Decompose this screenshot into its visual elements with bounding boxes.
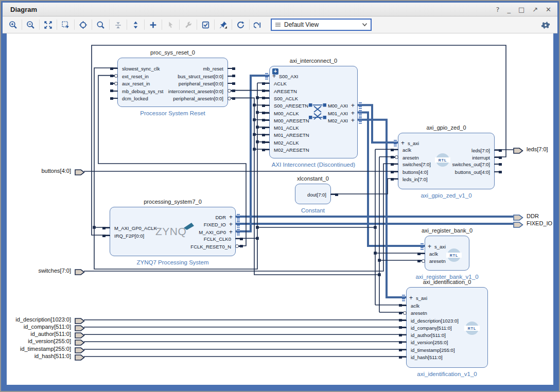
port-cap [499,163,502,166]
minimize-button[interactable]: _ [507,6,511,13]
external-port-label: leds[7:0] [527,146,548,152]
port-label: dout[7:0] [307,192,326,198]
port-label: M_AXI_GP0_ACLK [114,225,157,231]
zynq-logo: ZYNQ [155,225,186,238]
external-port-id_hash[511:0][interactable] [75,353,85,360]
external-port-label: buttons[4:0] [42,168,72,174]
port-label: S00_ACLK [274,95,298,101]
crosshair-icon[interactable] [76,18,91,31]
port-label: M01_ARESETN [274,132,309,138]
port-cap [232,67,235,70]
zoom-out-icon[interactable] [23,18,38,31]
port-cap [232,90,235,92]
port-cap [399,341,402,344]
validate-design-icon[interactable] [198,18,213,31]
port-label: ARESETN [274,88,297,94]
external-port-label: id_version[255:0] [28,338,71,344]
external-port-label: id_hash[511:0] [34,353,71,359]
external-port-id_company[511:0][interactable] [75,324,85,330]
port-label: M01_AXI [328,110,348,116]
port-label: M01_ACLK [274,125,299,131]
port-label: bus_struct_reset[0:0] [178,73,223,79]
port-cap [232,82,235,85]
rtl-icon: RTL [436,153,449,167]
pin-icon[interactable] [216,18,231,31]
expand-levels-icon[interactable] [128,18,143,31]
crossbar-icon [309,102,326,126]
interface-plus-icon: + [229,228,233,236]
port-label: aresetn [429,258,446,264]
view-selector[interactable]: Default View [271,19,372,31]
external-port-id_description[1023:0][interactable] [75,317,85,323]
external-port-DDR[interactable] [513,213,523,220]
customize-icon[interactable] [181,18,196,31]
help-button[interactable]: ? [496,6,499,13]
collapse-icon[interactable] [111,18,126,31]
interface-plus-icon: + [351,110,355,117]
block-instance-name: xlconstant_0 [297,175,329,182]
interface-connected-mark [359,117,362,124]
ip-block-axi_gpio_zed_0[interactable]: axi_gpio_zed_0axi_gpio_zed_v1_0RTLs_axi+… [398,133,495,189]
port-cap [399,319,402,322]
diagram-layer: proc_sys_reset_0Processor System Resetsl… [0,0,560,392]
ip-block-axi_identification_0[interactable]: axi_identification_0axi_identification_v… [406,287,488,368]
reroute-icon[interactable] [251,18,266,31]
external-port-label: id_description[1023:0] [15,316,71,323]
regenerate-layout-icon[interactable] [233,18,248,31]
external-port-FIXED_IO[interactable] [513,221,523,227]
wire-m00-axi[interactable] [358,105,398,142]
interface-connected-mark [394,139,397,147]
port-label: id_author[511:0] [411,332,446,338]
close-button[interactable]: ✕ [546,6,551,13]
external-port-id_version[255:0][interactable] [75,338,85,345]
block-instance-name: processing_system7_0 [144,199,202,205]
port-cap [391,156,394,158]
zoom-in-icon[interactable] [6,18,21,31]
port-cap [262,104,265,107]
settings-gear-icon[interactable] [541,21,550,32]
wire-dout[interactable] [331,179,398,194]
toolbar: Default View [3,16,557,33]
zoom-fit-icon[interactable] [41,18,56,31]
port-label: mb_debug_sys_rst [122,88,163,94]
external-port-id_timestamp[255:0][interactable] [75,346,85,352]
port-cap [499,156,502,159]
port-cap [399,356,402,359]
port-label: s_axi [408,140,419,146]
ip-block-axi_interconnect_0[interactable]: axi_interconnect_0AXI Interconnect (Disc… [269,66,358,158]
block-type-label: ZYNQ7 Processing System [137,259,209,265]
maximize-button[interactable]: □ [518,6,524,13]
port-cap [399,334,402,336]
external-port-id_author[511:0][interactable] [75,331,85,337]
port-cap [391,149,394,151]
external-port-buttons[4:0][interactable] [75,168,85,174]
interface-connected-mark [402,294,405,301]
active-low-ring [422,259,425,263]
ip-block-processing_system7_0[interactable]: processing_system7_0ZYNQ7 Processing Sys… [110,207,236,256]
port-label: slowest_sync_clk [122,66,160,72]
block-type-label: Constant [301,207,325,213]
ip-block-xlconstant_0[interactable]: xlconstant_0Constantdout[7:0] [295,184,331,204]
ip-block-proc_sys_reset_0[interactable]: proc_sys_reset_0Processor System Resetsl… [117,58,228,107]
external-port-label: id_timestamp[255:0] [20,346,71,352]
rtl-icon: RTL [465,322,479,335]
external-port-leds[7:0][interactable] [513,147,523,153]
port-cap [262,127,265,129]
block-type-label: AXI Interconnect (Discontinued) [272,162,355,168]
float-button[interactable]: ↗ [532,6,538,13]
interface-plus-icon: + [229,213,233,221]
external-port-switches[7:0][interactable] [75,268,85,274]
search-icon[interactable] [93,18,108,31]
port-label: S00_AXI [279,74,299,79]
pointer-icon[interactable] [163,18,178,31]
port-cap [262,149,265,151]
add-ip-icon[interactable] [146,18,161,31]
zoom-selection-icon[interactable] [58,18,73,31]
port-cap [499,171,502,173]
port-cap [417,253,421,255]
external-port-label: FIXED_IO [527,220,552,226]
ip-block-axi_register_bank_0[interactable]: axi_register_bank_0axi_register_bank_v1_… [425,236,469,271]
port-label: M_AXI_GP0 [199,229,226,235]
port-label: switches[7:0] [402,162,431,167]
rtl-label: RTL [436,158,449,162]
